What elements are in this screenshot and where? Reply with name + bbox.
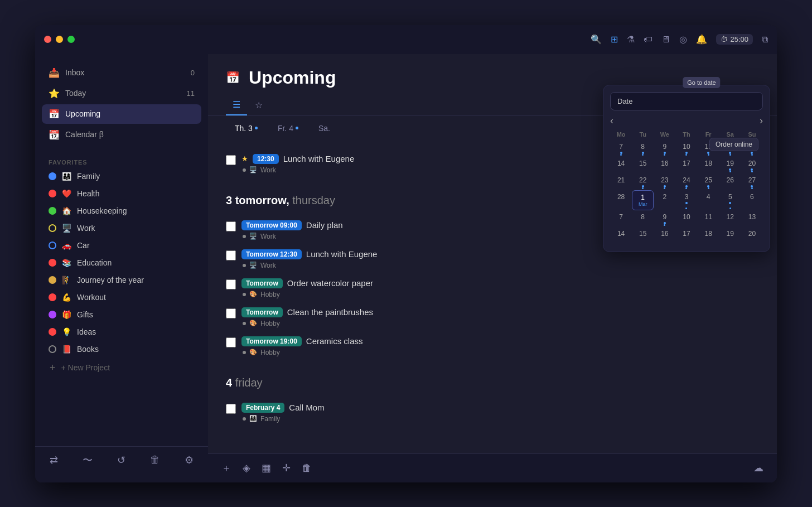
project-item-family[interactable]: 👨‍👩‍👧 Family xyxy=(42,168,201,185)
monitor-icon[interactable]: 🖥 xyxy=(661,35,670,45)
cal-day-18-mar[interactable]: 18 xyxy=(698,227,719,240)
date-input[interactable]: Date Go to date xyxy=(610,92,763,110)
cal-day-7-mar[interactable]: 7 xyxy=(610,210,632,227)
project-item-car[interactable]: 🚗 Car xyxy=(42,237,201,254)
screenshot-icon[interactable]: ◎ xyxy=(679,34,687,45)
cal-day-10[interactable]: 10 xyxy=(675,140,697,157)
car-dot xyxy=(49,242,56,249)
fullscreen-button[interactable] xyxy=(67,36,75,43)
sidebar-item-today[interactable]: ⭐ Today 11 xyxy=(42,84,201,103)
settings-icon[interactable]: ⚙ xyxy=(185,454,194,466)
date-chip-sa[interactable]: Sa. xyxy=(310,120,339,136)
cal-day-11-mar[interactable]: 11 xyxy=(698,210,719,227)
wifi-icon[interactable]: 〜 xyxy=(83,453,93,467)
list-view-button[interactable]: ☰ xyxy=(226,95,247,115)
cal-day-14[interactable]: 14 xyxy=(610,157,632,173)
bell-icon[interactable]: 🔔 xyxy=(696,34,707,45)
date-chip-thu3[interactable]: Th. 3 xyxy=(226,120,267,136)
task-dot-t2 xyxy=(243,235,246,238)
project-item-gifts[interactable]: 🎁 Gifts xyxy=(42,306,201,323)
cal-day-17-mar[interactable]: 17 xyxy=(675,227,697,240)
star-icon-t1[interactable]: ★ xyxy=(241,154,248,163)
add-task-icon[interactable]: ＋ xyxy=(221,461,231,475)
cal-day-9-mar[interactable]: 9 xyxy=(654,210,675,227)
cal-day-21[interactable]: 21 xyxy=(610,173,632,190)
education-emoji: 📚 xyxy=(62,258,71,267)
ideas-dot xyxy=(49,328,56,336)
cal-day-20-mar[interactable]: 20 xyxy=(741,227,763,240)
project-item-workout[interactable]: 💪 Workout xyxy=(42,289,201,306)
cal-day-8[interactable]: 8 xyxy=(632,140,654,157)
cal-day-16[interactable]: 16 xyxy=(654,157,675,173)
minimize-button[interactable] xyxy=(56,36,63,43)
grid-calendar-icon[interactable]: ⊞ xyxy=(611,34,618,45)
cal-day-26[interactable]: 26 xyxy=(719,173,741,190)
project-item-books[interactable]: 📕 Books xyxy=(42,341,201,358)
cal-day-27[interactable]: 27 xyxy=(741,173,763,190)
cal-day-19-mar[interactable]: 19 xyxy=(719,227,741,240)
move-icon[interactable]: ✛ xyxy=(282,462,291,474)
task-checkbox-t4[interactable] xyxy=(226,279,236,289)
copy-icon[interactable]: ⧉ xyxy=(762,35,768,45)
cal-day-5-mar[interactable]: 5 xyxy=(719,190,741,210)
cal-day-3-mar[interactable]: 3 xyxy=(675,190,697,210)
cal-day-19[interactable]: 19 xyxy=(719,157,741,173)
cal-prev-button[interactable]: ‹ xyxy=(610,115,613,127)
delete-icon[interactable]: 🗑 xyxy=(302,462,312,474)
date-chip-fri4[interactable]: Fr. 4 xyxy=(269,120,307,136)
new-project-item[interactable]: + + New Project xyxy=(42,358,201,378)
cal-day-24[interactable]: 24 xyxy=(675,173,697,190)
sidebar-item-calendar[interactable]: 📆 Calendar β xyxy=(42,125,201,144)
project-item-health[interactable]: ❤️ Health xyxy=(42,185,201,202)
project-item-education[interactable]: 📚 Education xyxy=(42,254,201,271)
task-checkbox-t6[interactable] xyxy=(226,337,236,347)
tag-icon[interactable]: 🏷 xyxy=(644,35,652,45)
cal-day-9[interactable]: 9 xyxy=(654,140,675,157)
project-item-work[interactable]: 🖥️ Work xyxy=(42,220,201,236)
cal-day-2-mar[interactable]: 2 xyxy=(654,190,675,210)
cal-day-28[interactable]: 28 xyxy=(610,190,632,210)
calendar-grid-icon[interactable]: ▦ xyxy=(262,462,271,474)
cal-day-13-mar[interactable]: 13 xyxy=(741,210,763,227)
order-online-button[interactable]: Order online xyxy=(709,138,758,151)
cal-day-7[interactable]: 7 xyxy=(610,140,632,157)
search-icon[interactable]: 🔍 xyxy=(591,34,602,45)
cal-day-12-mar[interactable]: 12 xyxy=(719,210,741,227)
cal-day-22[interactable]: 22 xyxy=(632,173,654,190)
sidebar-item-upcoming[interactable]: 📅 Upcoming xyxy=(42,104,201,124)
calendar-icon: 📆 xyxy=(49,129,60,140)
shuffle-icon[interactable]: ⇄ xyxy=(50,454,58,466)
task-checkbox-t1[interactable] xyxy=(226,155,236,165)
cal-next-button[interactable]: › xyxy=(760,115,763,127)
trash-icon[interactable]: 🗑 xyxy=(150,454,160,466)
close-button[interactable] xyxy=(44,36,51,43)
cal-day-23[interactable]: 23 xyxy=(654,173,675,190)
cal-day-6-mar[interactable]: 6 xyxy=(741,190,763,210)
cal-day-20[interactable]: 20 xyxy=(741,157,763,173)
cal-day-1-mar[interactable]: 1 Mar xyxy=(632,190,654,210)
layers-icon[interactable]: ◈ xyxy=(243,462,250,474)
task-meta-t3: 🖥️ Work xyxy=(243,262,759,269)
cal-day-8-mar[interactable]: 8 xyxy=(632,210,654,227)
cal-day-16-mar[interactable]: 16 xyxy=(654,227,675,240)
project-item-journey[interactable]: 🧗 Journey of the year xyxy=(42,272,201,288)
task-checkbox-t5[interactable] xyxy=(226,308,236,318)
sidebar-item-inbox[interactable]: 📥 Inbox 0 xyxy=(42,63,201,83)
cal-day-15[interactable]: 15 xyxy=(632,157,654,173)
education-dot xyxy=(49,259,56,267)
cal-day-4-mar[interactable]: 4 xyxy=(698,190,719,210)
star-view-button[interactable]: ☆ xyxy=(248,95,269,115)
project-item-housekeeping[interactable]: 🏠 Housekeeping xyxy=(42,202,201,219)
cal-day-10-mar[interactable]: 10 xyxy=(675,210,697,227)
cal-day-17[interactable]: 17 xyxy=(675,157,697,173)
cal-day-18[interactable]: 18 xyxy=(698,157,719,173)
cal-day-15-mar[interactable]: 15 xyxy=(632,227,654,240)
task-checkbox-t2[interactable] xyxy=(226,221,236,231)
task-checkbox-t3[interactable] xyxy=(226,250,236,260)
history-icon[interactable]: ↺ xyxy=(117,454,125,466)
filter-icon[interactable]: ⚗ xyxy=(627,34,635,45)
cal-day-25[interactable]: 25 xyxy=(698,173,719,190)
project-item-ideas[interactable]: 💡 Ideas xyxy=(42,323,201,340)
task-checkbox-t7[interactable] xyxy=(226,404,236,414)
cal-day-14-mar[interactable]: 14 xyxy=(610,227,632,240)
